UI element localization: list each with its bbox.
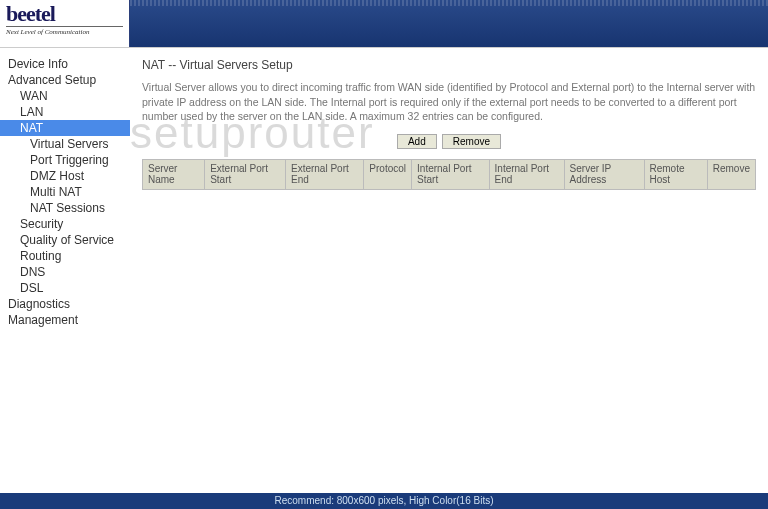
- nav-nat-sessions[interactable]: NAT Sessions: [0, 200, 130, 216]
- nav-diagnostics[interactable]: Diagnostics: [0, 296, 130, 312]
- add-button[interactable]: Add: [397, 134, 437, 149]
- th-int-port-end: Internal Port End: [489, 160, 564, 190]
- nav-routing[interactable]: Routing: [0, 248, 130, 264]
- nav-dsl[interactable]: DSL: [0, 280, 130, 296]
- nav-wan[interactable]: WAN: [0, 88, 130, 104]
- logo-brand: beetel: [6, 4, 123, 24]
- nav-port-triggering[interactable]: Port Triggering: [0, 152, 130, 168]
- logo-area: beetel Next Level of Communication: [0, 0, 130, 47]
- remove-button[interactable]: Remove: [442, 134, 501, 149]
- header-banner: [130, 0, 768, 47]
- nav-multi-nat[interactable]: Multi NAT: [0, 184, 130, 200]
- nav-security[interactable]: Security: [0, 216, 130, 232]
- footer-bar: Recommend: 800x600 pixels, High Color(16…: [0, 493, 768, 509]
- page-title: NAT -- Virtual Servers Setup: [142, 58, 756, 72]
- th-ext-port-end: External Port End: [285, 160, 363, 190]
- virtual-servers-table: Server Name External Port Start External…: [142, 159, 756, 190]
- th-server-ip: Server IP Address: [564, 160, 644, 190]
- nav-dmz-host[interactable]: DMZ Host: [0, 168, 130, 184]
- nav-nat[interactable]: NAT: [0, 120, 130, 136]
- th-ext-port-start: External Port Start: [205, 160, 286, 190]
- nav-qos[interactable]: Quality of Service: [0, 232, 130, 248]
- button-row: Add Remove: [142, 134, 756, 149]
- content-area: NAT -- Virtual Servers Setup Virtual Ser…: [130, 48, 768, 493]
- nav-advanced-setup[interactable]: Advanced Setup: [0, 72, 130, 88]
- th-int-port-start: Internal Port Start: [412, 160, 490, 190]
- footer-text: Recommend: 800x600 pixels, High Color(16…: [275, 495, 494, 506]
- nav-dns[interactable]: DNS: [0, 264, 130, 280]
- nav-lan[interactable]: LAN: [0, 104, 130, 120]
- th-server-name: Server Name: [143, 160, 205, 190]
- header-bar: beetel Next Level of Communication: [0, 0, 768, 48]
- th-protocol: Protocol: [364, 160, 412, 190]
- page-description: Virtual Server allows you to direct inco…: [142, 80, 756, 124]
- th-remove: Remove: [707, 160, 755, 190]
- logo-tagline: Next Level of Communication: [6, 26, 123, 36]
- th-remote-host: Remote Host: [644, 160, 707, 190]
- sidebar: Device Info Advanced Setup WAN LAN NAT V…: [0, 48, 130, 493]
- nav-management[interactable]: Management: [0, 312, 130, 328]
- nav-device-info[interactable]: Device Info: [0, 56, 130, 72]
- nav-virtual-servers[interactable]: Virtual Servers: [0, 136, 130, 152]
- table-header-row: Server Name External Port Start External…: [143, 160, 756, 190]
